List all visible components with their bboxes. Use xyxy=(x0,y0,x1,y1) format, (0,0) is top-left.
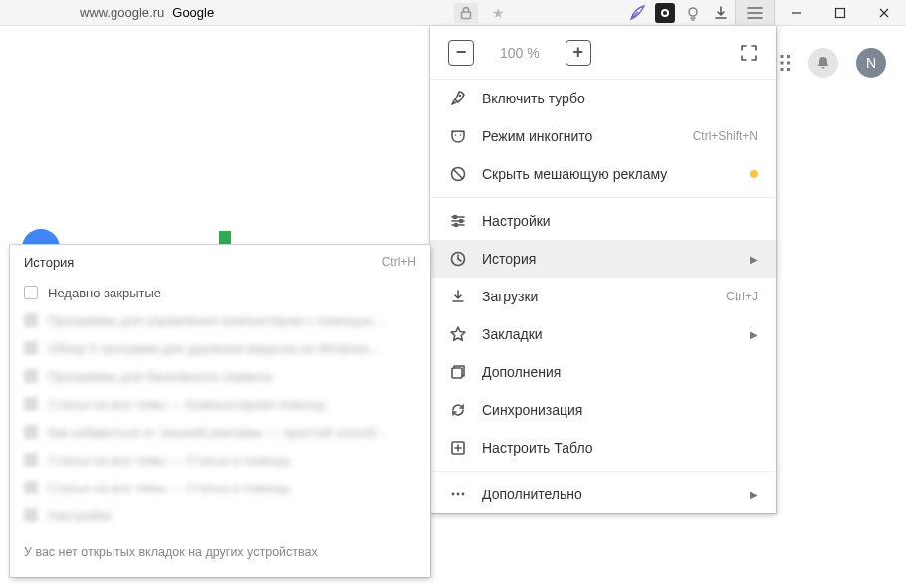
item-label: Статьи на все темы — Компьютерная помощь xyxy=(48,397,327,412)
item-label: Как избавиться от лишней рекламы — прост… xyxy=(48,425,389,440)
history-title: История xyxy=(24,255,74,270)
menu-more[interactable]: Дополнительно ▶ xyxy=(430,476,776,513)
svg-rect-4 xyxy=(836,9,845,18)
zoom-row: − 100 % + xyxy=(430,26,776,80)
menu-addons[interactable]: Дополнения xyxy=(430,353,776,391)
warning-dot-icon xyxy=(750,170,758,178)
menu-downloads[interactable]: Загрузки Ctrl+J xyxy=(430,278,776,315)
history-entry[interactable]: Как избавиться от лишней рекламы — прост… xyxy=(10,418,430,446)
download-icon[interactable] xyxy=(711,3,731,23)
main-menu-dropdown: − 100 % + Включить турбо Режим инкогнито… xyxy=(430,26,776,513)
notifications-icon[interactable] xyxy=(808,48,838,78)
history-entry[interactable]: Статьи на все темы — Статьи и помощь xyxy=(10,474,430,501)
maximize-button[interactable] xyxy=(818,0,862,26)
history-shortcut: Ctrl+H xyxy=(382,255,416,269)
lock-icon[interactable] xyxy=(454,3,478,23)
chevron-right-icon: ▶ xyxy=(750,329,758,340)
history-entry[interactable]: Настройки xyxy=(10,501,430,529)
dots-icon xyxy=(448,486,468,503)
main-menu-button[interactable] xyxy=(735,0,775,26)
history-entry[interactable]: Статьи на все темы — Статьи и помощь xyxy=(10,446,430,474)
svg-rect-13 xyxy=(787,68,790,71)
item-label: Статьи на все темы — Статьи и помощь xyxy=(48,453,291,468)
svg-point-15 xyxy=(455,134,457,136)
svg-rect-9 xyxy=(781,62,784,65)
svg-point-16 xyxy=(460,134,462,136)
bulb-extension-icon[interactable] xyxy=(683,3,703,23)
add-tile-icon xyxy=(448,439,468,457)
svg-rect-22 xyxy=(452,368,462,378)
window-controls xyxy=(775,0,906,26)
zoom-out-button[interactable]: − xyxy=(448,40,474,66)
sliders-icon xyxy=(448,212,468,230)
download-icon xyxy=(448,288,468,305)
menu-sync[interactable]: Синхронизация xyxy=(430,391,776,429)
zoom-in-button[interactable]: + xyxy=(566,40,591,66)
clock-icon xyxy=(448,250,468,268)
menu-shortcut: Ctrl+Shift+N xyxy=(693,129,758,143)
toolbar-extensions xyxy=(627,3,731,23)
favicon-placeholder xyxy=(24,341,38,355)
favicon-placeholder xyxy=(24,397,38,411)
avatar[interactable]: N xyxy=(856,48,886,78)
feather-extension-icon[interactable] xyxy=(627,3,647,23)
favicon-placeholder xyxy=(24,453,38,467)
menu-label: Настроить Табло xyxy=(482,440,593,456)
menu-separator xyxy=(430,471,776,472)
menu-label: Настройки xyxy=(482,213,551,229)
google-header-right: N xyxy=(773,48,886,78)
minimize-button[interactable] xyxy=(775,0,818,26)
svg-rect-0 xyxy=(462,12,471,19)
favicon-placeholder xyxy=(24,425,38,439)
history-entry[interactable]: Программы для банковского сервиса xyxy=(10,362,430,390)
menu-label: Включить турбо xyxy=(482,91,585,106)
favicon-placeholder xyxy=(24,508,38,522)
address-bar-badges: ★ xyxy=(454,0,505,26)
svg-point-25 xyxy=(457,493,460,496)
favicon-placeholder xyxy=(24,369,38,383)
menu-separator xyxy=(430,197,776,198)
menu-hide-ads[interactable]: Скрыть мешающую рекламу xyxy=(430,155,776,193)
item-label: Обзор 5 программ для удаления вирусов на… xyxy=(48,341,383,356)
fullscreen-icon[interactable] xyxy=(740,44,758,62)
menu-settings[interactable]: Настройки xyxy=(430,202,776,240)
menu-tableau[interactable]: Настроить Табло xyxy=(430,429,776,467)
item-label: Настройки xyxy=(48,508,112,523)
svg-rect-6 xyxy=(781,55,784,58)
tab-icon xyxy=(24,286,38,299)
rocket-icon xyxy=(448,90,468,107)
chevron-right-icon: ▶ xyxy=(750,490,758,500)
history-entry[interactable]: Обзор 5 программ для удаления вирусов на… xyxy=(10,334,430,362)
menu-label: Закладки xyxy=(482,326,543,342)
history-entry[interactable]: Программы для управления компьютером с п… xyxy=(10,306,430,334)
bookmark-star-icon[interactable]: ★ xyxy=(492,5,505,21)
menu-label: Дополнительно xyxy=(482,487,582,502)
menu-turbo[interactable]: Включить турбо xyxy=(430,80,776,117)
menu-label: История xyxy=(482,251,536,267)
avatar-initial: N xyxy=(866,55,876,71)
address-bar[interactable]: www.google.ru Google xyxy=(80,5,214,20)
menu-label: Загрузки xyxy=(482,289,538,304)
svg-point-24 xyxy=(452,493,455,496)
box-extension-icon[interactable] xyxy=(655,3,675,23)
recently-closed-item[interactable]: Недавно закрытые xyxy=(10,279,430,306)
stack-icon xyxy=(448,363,468,381)
svg-point-2 xyxy=(663,11,667,15)
history-footer: У вас нет открытых вкладок на других уст… xyxy=(10,529,430,577)
menu-history[interactable]: История ▶ xyxy=(430,240,776,278)
mask-icon xyxy=(448,127,468,145)
zoom-value: 100 % xyxy=(500,45,540,61)
menu-shortcut: Ctrl+J xyxy=(726,290,758,303)
block-icon xyxy=(448,165,468,183)
svg-rect-12 xyxy=(781,68,784,71)
menu-label: Синхронизация xyxy=(482,402,582,418)
history-entry[interactable]: Статьи на все темы — Компьютерная помощь xyxy=(10,390,430,418)
history-title-row[interactable]: История Ctrl+H xyxy=(10,245,430,279)
history-submenu: История Ctrl+H Недавно закрытые Программ… xyxy=(10,245,430,577)
favicon-placeholder xyxy=(24,481,38,494)
menu-bookmarks[interactable]: Закладки ▶ xyxy=(430,315,776,353)
menu-incognito[interactable]: Режим инкогнито Ctrl+Shift+N xyxy=(430,117,776,155)
svg-point-26 xyxy=(462,493,465,496)
page-title: Google xyxy=(172,5,214,20)
close-button[interactable] xyxy=(862,0,906,26)
